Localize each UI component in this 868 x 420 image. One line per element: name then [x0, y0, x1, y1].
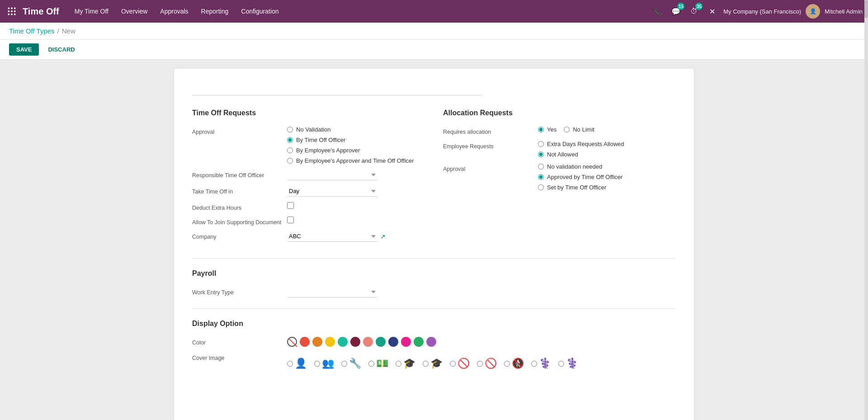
clock-icon[interactable]: ⏱ 35	[687, 5, 701, 18]
discard-button[interactable]: DISCARD	[43, 43, 79, 56]
company-select[interactable]: ABC	[287, 231, 377, 242]
alloc-set-by-officer[interactable]: Set by Time Off Officer	[538, 184, 676, 191]
deduct-checkbox[interactable]	[287, 202, 294, 209]
cover-option-8[interactable]: 🚫	[477, 358, 497, 369]
approval-no-validation[interactable]: No Validation	[287, 126, 425, 133]
responsible-value	[287, 170, 425, 180]
color-swatch-salmon[interactable]	[363, 337, 373, 347]
not-allowed[interactable]: Not Allowed	[538, 151, 676, 158]
allow-join-checkbox[interactable]	[287, 217, 294, 223]
cover-icon-dollar: 💵	[376, 358, 388, 369]
extra-days[interactable]: Extra Days Requests Allowed	[538, 141, 676, 147]
approval-by-approver-and-officer[interactable]: By Employee's Approver and Time Off Offi…	[287, 157, 425, 164]
cover-radio-1[interactable]	[287, 361, 293, 367]
cover-radio-4[interactable]	[368, 361, 374, 367]
cover-radio-7[interactable]	[450, 361, 456, 367]
color-swatch-navy[interactable]	[388, 337, 398, 347]
cover-radio-5[interactable]	[396, 361, 401, 367]
cover-option-6[interactable]: 🎓	[423, 358, 443, 369]
not-allowed-radio[interactable]	[538, 151, 544, 157]
cover-radio-10[interactable]	[531, 361, 537, 367]
requires-yes-radio[interactable]	[538, 127, 544, 132]
extra-days-radio[interactable]	[538, 141, 544, 147]
chat-icon[interactable]: 💬 15	[669, 5, 683, 18]
cover-radio-11[interactable]	[558, 361, 564, 367]
apps-grid-button[interactable]	[5, 5, 18, 18]
nav-approvals[interactable]: Approvals	[154, 0, 194, 23]
color-swatch-teal[interactable]	[376, 337, 386, 347]
page-scrollbar[interactable]	[864, 0, 868, 420]
approval-no-validation-radio[interactable]	[287, 127, 293, 132]
allow-join-checkbox-label[interactable]	[287, 217, 425, 223]
allocation-requests-section: Allocation Requests Requires allocation …	[443, 109, 676, 247]
phone-icon[interactable]: 📞	[651, 5, 665, 18]
color-swatch-yellow[interactable]	[325, 337, 335, 347]
allocation-requests-title: Allocation Requests	[443, 109, 676, 119]
cover-radio-2[interactable]	[314, 361, 320, 367]
cover-icon-tools: 🔧	[349, 358, 361, 369]
responsible-select[interactable]	[287, 170, 377, 180]
clock-badge: 35	[695, 3, 703, 10]
approval-options: No Validation By Time Off Officer By Emp…	[287, 126, 425, 164]
cover-radio-6[interactable]	[423, 361, 429, 367]
responsible-field-row: Responsible Time Off Officer	[192, 170, 425, 180]
user-name[interactable]: Mitchell Admin	[825, 8, 863, 15]
scrollbar-thumb[interactable]	[864, 0, 868, 18]
nav-configuration[interactable]: Configuration	[235, 0, 285, 23]
save-button[interactable]: SAVE	[9, 43, 39, 56]
nav-reporting[interactable]: Reporting	[195, 0, 235, 23]
take-time-off-select[interactable]: Day Half Day Hour	[287, 186, 377, 197]
color-swatch-white[interactable]	[287, 337, 297, 347]
cover-option-2[interactable]: 👥	[314, 358, 334, 369]
name-input[interactable]	[192, 82, 482, 93]
take-time-off-label: Take Time Off in	[192, 186, 283, 195]
approval-by-officer[interactable]: By Time Off Officer	[287, 137, 425, 143]
cover-option-7[interactable]: 🚫	[450, 358, 470, 369]
alloc-approved-by-officer[interactable]: Approved by Time Off Officer	[538, 174, 676, 180]
requires-no-limit-radio[interactable]	[564, 127, 570, 132]
company-name[interactable]: My Company (San Francisco)	[723, 8, 801, 15]
work-entry-select[interactable]	[287, 287, 377, 297]
cover-option-5[interactable]: 🎓	[396, 358, 415, 369]
alloc-set-radio[interactable]	[538, 184, 544, 190]
cover-radio-9[interactable]	[504, 361, 510, 367]
cover-option-11[interactable]: ⚕️	[558, 358, 578, 369]
payroll-title: Payroll	[192, 269, 676, 279]
nav-overview[interactable]: Overview	[115, 0, 154, 23]
cover-option-3[interactable]: 🔧	[341, 358, 361, 369]
color-swatch-maroon[interactable]	[350, 337, 360, 347]
color-swatch-red[interactable]	[300, 337, 310, 347]
requires-yes[interactable]: Yes	[538, 126, 557, 133]
cover-icon-no-sign: 🚫	[458, 358, 470, 369]
approval-by-officer-radio[interactable]	[287, 137, 293, 143]
approval-by-approver-label: By Employee's Approver	[296, 147, 360, 154]
color-swatch-purple[interactable]	[426, 337, 436, 347]
cover-option-1[interactable]: 👤	[287, 358, 307, 369]
cover-radio-3[interactable]	[341, 361, 347, 367]
breadcrumb-link[interactable]: Time Off Types	[9, 27, 55, 35]
approval-by-approver-radio[interactable]	[287, 147, 293, 153]
color-swatch-green[interactable]	[414, 337, 424, 347]
cover-radio-8[interactable]	[477, 361, 483, 367]
not-allowed-label: Not Allowed	[547, 151, 578, 158]
cover-option-9[interactable]: 🚷	[504, 358, 524, 369]
user-avatar[interactable]: 👤	[806, 4, 820, 19]
deduct-label: Deduct Extra Hours	[192, 202, 283, 211]
deduct-checkbox-label[interactable]	[287, 202, 425, 209]
approval-by-both-radio[interactable]	[287, 158, 293, 164]
color-swatch-orange[interactable]	[312, 337, 322, 347]
alloc-no-validation-radio[interactable]	[538, 164, 544, 170]
requires-no-limit[interactable]: No Limit	[564, 126, 594, 133]
cover-option-10[interactable]: ⚕️	[531, 358, 551, 369]
close-icon[interactable]: ✕	[705, 5, 719, 18]
color-swatch-pink[interactable]	[401, 337, 411, 347]
alloc-approved-radio[interactable]	[538, 174, 544, 180]
approval-by-approver[interactable]: By Employee's Approver	[287, 147, 425, 154]
color-swatch-cyan[interactable]	[338, 337, 348, 347]
alloc-no-validation[interactable]: No validation needed	[538, 163, 676, 170]
cover-option-4[interactable]: 💵	[368, 358, 388, 369]
company-external-link-icon[interactable]: ↗	[380, 233, 386, 240]
topbar-right: 📞 💬 15 ⏱ 35 ✕ My Company (San Francisco)…	[651, 4, 863, 19]
nav-my-time-off[interactable]: My Time Off	[68, 0, 115, 23]
company-value: ABC ↗	[287, 231, 425, 242]
